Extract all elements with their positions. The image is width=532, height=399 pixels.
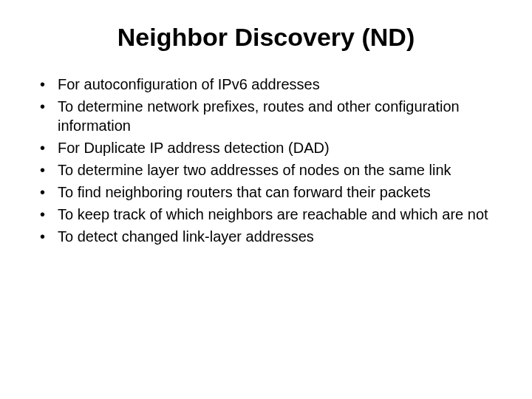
list-item: To find neighboring routers that can for… [37,183,495,202]
slide: Neighbor Discovery (ND) For autoconfigur… [0,0,532,399]
list-item: To determine network prefixes, routes an… [37,97,495,135]
list-item: To detect changed link-layer addresses [37,227,495,246]
list-item: For Duplicate IP address detection (DAD) [37,138,495,157]
list-item: For autoconfiguration of IPv6 addresses [37,75,495,94]
list-item: To keep track of which neighbors are rea… [37,205,495,224]
slide-title: Neighbor Discovery (ND) [37,22,495,52]
bullet-list: For autoconfiguration of IPv6 addresses … [37,75,495,246]
list-item: To determine layer two addresses of node… [37,160,495,180]
